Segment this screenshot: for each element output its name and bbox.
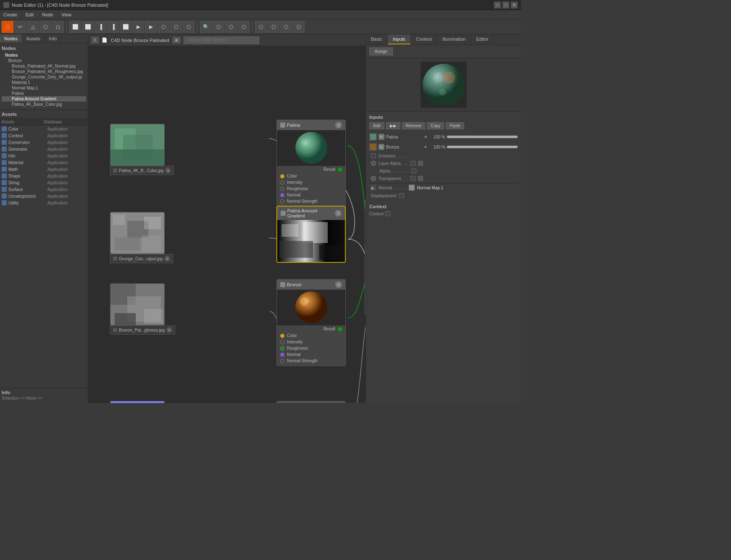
tool-btn-1[interactable]: ⬡ (2, 21, 13, 33)
transparent-checkbox[interactable] (410, 176, 415, 181)
img-node-bronze-roughness[interactable]: Bronze_Pat...ghness.jpg S (110, 283, 175, 335)
img-node-s-btn[interactable]: S (165, 167, 171, 173)
menu-edit[interactable]: Edit (24, 11, 35, 18)
asset-row-material[interactable]: Material Application (0, 159, 88, 166)
tool-btn-12[interactable]: ▶ (145, 21, 157, 33)
asset-row-conversion[interactable]: Conversion Application (0, 139, 88, 146)
node-item-normal[interactable]: Bronze_Patinated_4K_Normal.jpg (2, 63, 86, 69)
node-item-grunge[interactable]: Grunge_Concrete_Dirty_4K_output.jp (2, 74, 86, 80)
tool-btn-8[interactable]: ▐ (95, 21, 106, 33)
tool-btn-10[interactable]: ⬜ (120, 21, 131, 33)
patina-port-normalstr[interactable] (280, 199, 284, 204)
inputs-paste-btn[interactable]: Paste (446, 122, 464, 129)
tool-btn-22[interactable]: ⬡ (280, 21, 292, 33)
asset-row-uncategorized[interactable]: Uncategorized Application (0, 193, 88, 199)
asset-row-shape[interactable]: Shape Application (0, 173, 88, 179)
img-node-bronze-normal[interactable]: Bronze_Pat...Normal.jpg S (110, 401, 175, 403)
patina-port-normal[interactable] (280, 193, 284, 197)
menu-node[interactable]: Node (40, 11, 55, 18)
context-checkbox[interactable] (385, 211, 390, 216)
gradient-node-s[interactable]: S (335, 210, 342, 217)
asset-row-color[interactable]: Color Application (0, 126, 88, 132)
tool-btn-17[interactable]: ⬡ (213, 21, 224, 33)
bronze-port-roughness[interactable] (280, 346, 284, 351)
bronze-node[interactable]: Bronze S (276, 279, 346, 366)
inputs-play-btn[interactable]: ▶▶ (386, 122, 400, 129)
tool-btn-23[interactable]: ⬡ (293, 21, 305, 33)
tab-assets[interactable]: Assets (22, 34, 45, 43)
tool-btn-9[interactable]: ▐ (107, 21, 119, 33)
tool-btn-21[interactable]: ⬡ (268, 21, 279, 33)
transparent-radio[interactable] (371, 176, 376, 181)
node-item-material1[interactable]: Material.1 (2, 80, 86, 85)
patina-node[interactable]: Patina S (276, 120, 346, 207)
material-node[interactable]: Material.1 S (365, 199, 366, 315)
transparent-checkbox2[interactable] (418, 176, 423, 181)
asset-row-info[interactable]: Info Application (0, 152, 88, 159)
menu-create[interactable]: Create (2, 11, 19, 18)
right-tab-inputs[interactable]: Inputs (388, 34, 411, 44)
right-tab-editor[interactable]: Editor (471, 34, 494, 44)
normal-link-icon[interactable]: → (409, 185, 415, 191)
bronze-port-intensity[interactable] (280, 340, 284, 344)
inputs-copy-btn[interactable]: Copy (427, 122, 444, 129)
img-node-grunge[interactable]: Grunge_Con...utput.jpg S (110, 212, 173, 263)
node-canvas[interactable]: Patina_4K_B...Color.jpg S Patina S (88, 46, 366, 403)
layeralpha-radio[interactable] (371, 161, 376, 166)
right-tab-context[interactable]: Context (411, 34, 437, 44)
tool-btn-20[interactable]: ⬡ (255, 21, 267, 33)
maximize-button[interactable]: □ (502, 2, 509, 8)
canvas-close-btn[interactable]: × (92, 37, 98, 43)
alpha-checkbox[interactable] (411, 168, 416, 173)
patina-port-color[interactable] (280, 174, 284, 178)
tool-btn-2[interactable]: ↩ (14, 21, 26, 33)
tool-btn-5[interactable]: ◻ (52, 21, 64, 33)
tool-btn-15[interactable]: ⬡ (183, 21, 195, 33)
asset-row-surface[interactable]: Surface Application (0, 186, 88, 193)
tool-btn-18[interactable]: ⬡ (225, 21, 237, 33)
asset-row-context[interactable]: Context Application (0, 132, 88, 139)
node-item-patina[interactable]: Patina (2, 91, 86, 96)
minimize-button[interactable]: ─ (494, 2, 501, 8)
patina-node-s[interactable]: S (335, 122, 342, 128)
patina-layer-bar-bg[interactable] (447, 136, 518, 138)
emission-checkbox[interactable] (371, 153, 376, 158)
displacement-checkbox[interactable] (399, 193, 404, 198)
tool-btn-14[interactable]: ⬡ (170, 21, 182, 33)
assign-button[interactable]: Assign (369, 47, 393, 55)
patina-port-intensity[interactable] (280, 181, 284, 185)
layeralpha-checkbox2[interactable] (418, 161, 423, 166)
right-tab-basic[interactable]: Basic (366, 34, 388, 44)
normalmap-node[interactable]: Normal Map.1 S (276, 401, 346, 403)
close-button[interactable]: ✕ (511, 2, 518, 8)
bronze-port-normalstr[interactable] (280, 359, 284, 363)
bronze-roughness-s[interactable]: S (166, 327, 172, 333)
asset-row-generator[interactable]: Generator Application (0, 146, 88, 152)
inputs-add-btn[interactable]: Add (369, 122, 384, 129)
node-item-patina-gradient[interactable]: Patina Amount Gradient (2, 96, 86, 102)
asset-row-math[interactable]: Math Application (0, 166, 88, 173)
patina-result-port[interactable] (338, 167, 342, 172)
node-item-normalmap1[interactable]: Normal Map.1 (2, 85, 86, 91)
menu-view[interactable]: View (60, 11, 73, 18)
tool-btn-11[interactable]: ▶ (132, 21, 144, 33)
node-item-roughness[interactable]: Bronze_Patinated_4K_Roughness.jpg (2, 69, 86, 74)
node-item-bronze[interactable]: Bronze (2, 58, 86, 63)
tab-info[interactable]: Info (45, 34, 61, 43)
asset-row-utility[interactable]: Utility Application (0, 199, 88, 206)
tool-btn-16[interactable]: 🔍 (200, 21, 212, 33)
asset-row-string[interactable]: String Application (0, 179, 88, 186)
canvas-search-close[interactable]: ⊗ (173, 37, 180, 43)
tab-nodes[interactable]: Nodes (0, 34, 22, 43)
canvas-search-input[interactable] (184, 37, 259, 44)
tool-btn-4[interactable]: ⬡ (39, 21, 51, 33)
tool-btn-13[interactable]: ⬡ (158, 21, 169, 33)
node-item-patina-color[interactable]: Patina_4K_Base_Color.jpg (2, 102, 86, 107)
right-tab-illumination[interactable]: Illumination (437, 34, 471, 44)
bronze-node-s[interactable]: S (335, 281, 342, 288)
tool-btn-7[interactable]: ⬜ (82, 21, 94, 33)
inputs-remove-btn[interactable]: Remove (402, 122, 425, 129)
layeralpha-checkbox[interactable] (410, 161, 415, 166)
img-node-patina-color[interactable]: Patina_4K_B...Color.jpg S (110, 124, 174, 175)
grunge-node-s[interactable]: S (164, 256, 170, 262)
